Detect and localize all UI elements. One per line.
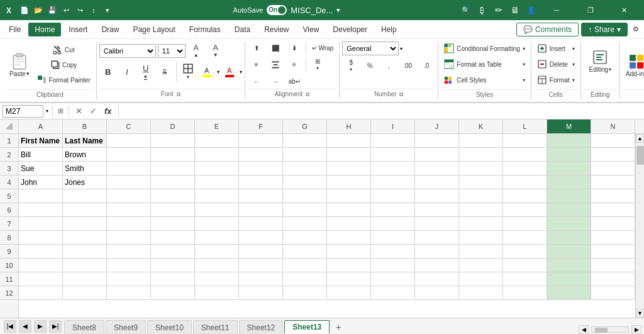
cell-J12[interactable] [415, 286, 459, 300]
col-header-E[interactable]: E [195, 120, 239, 133]
cell-M5[interactable] [547, 189, 591, 203]
row-num-10[interactable]: 10 [0, 259, 18, 272]
cell-J5[interactable] [415, 189, 459, 203]
cell-C2[interactable] [107, 148, 151, 162]
cell-D12[interactable] [151, 286, 195, 300]
editing-dropdown-icon[interactable]: ▾ [609, 67, 611, 72]
cell-B3[interactable]: Smith [63, 162, 107, 175]
cell-K10[interactable] [459, 259, 503, 272]
col-header-I[interactable]: I [371, 120, 415, 133]
cell-E3[interactable] [195, 162, 239, 175]
cell-J2[interactable] [415, 148, 459, 162]
cell-B5[interactable] [63, 189, 107, 203]
cell-H10[interactable] [327, 259, 371, 272]
cell-D11[interactable] [151, 272, 195, 286]
cell-E12[interactable] [195, 286, 239, 300]
cell-G2[interactable] [283, 148, 327, 162]
font-dialog-icon[interactable]: ⧉ [177, 91, 180, 97]
undo-icon[interactable]: ↩ [60, 4, 72, 16]
cell-F8[interactable] [239, 231, 283, 245]
cell-C6[interactable] [107, 203, 151, 217]
cell-B2[interactable]: Brown [63, 148, 107, 162]
menu-review[interactable]: Review [258, 23, 295, 36]
cell-A12[interactable] [19, 286, 63, 300]
cell-A6[interactable] [19, 203, 63, 217]
ribbon-settings-icon[interactable]: ⚙ [630, 24, 641, 35]
cell-A4[interactable]: John [19, 175, 63, 189]
cell-A11[interactable] [19, 272, 63, 286]
cell-H3[interactable] [327, 162, 371, 175]
alignment-dialog-icon[interactable]: ⧉ [306, 91, 309, 97]
cell-L2[interactable] [503, 148, 547, 162]
cell-H1[interactable] [327, 134, 371, 148]
menu-view[interactable]: View [297, 23, 326, 36]
cell-K11[interactable] [459, 272, 503, 286]
align-right-button[interactable]: ≡ [286, 58, 303, 71]
cell-N4[interactable] [591, 175, 635, 189]
cell-I1[interactable] [371, 134, 415, 148]
cell-styles-button[interactable]: Cell Styles ▾ [441, 73, 528, 87]
decrease-font-button[interactable]: A▼ [207, 42, 225, 60]
share-button[interactable]: ↑ Share ▾ [581, 23, 628, 36]
cell-A5[interactable] [19, 189, 63, 203]
cell-F3[interactable] [239, 162, 283, 175]
cell-H8[interactable] [327, 231, 371, 245]
cell-A8[interactable] [19, 231, 63, 245]
cell-D10[interactable] [151, 259, 195, 272]
cell-F11[interactable] [239, 272, 283, 286]
cell-B9[interactable] [63, 245, 107, 259]
sheet-tab-sheet12[interactable]: Sheet12 [239, 320, 284, 334]
cell-J1[interactable] [415, 134, 459, 148]
cell-C3[interactable] [107, 162, 151, 175]
cell-B1[interactable]: Last Name [63, 134, 107, 148]
menu-draw[interactable]: Draw [95, 23, 125, 36]
cell-L7[interactable] [503, 217, 547, 231]
menu-home[interactable]: Home [28, 23, 61, 36]
cell-G12[interactable] [283, 286, 327, 300]
h-scroll-right-button[interactable]: ▶ [631, 325, 641, 334]
cell-D1[interactable] [151, 134, 195, 148]
format-dropdown-icon[interactable]: ▾ [572, 77, 575, 83]
paste-button[interactable]: Paste ▾ [6, 48, 33, 82]
cell-E11[interactable] [195, 272, 239, 286]
cell-K8[interactable] [459, 231, 503, 245]
increase-decimal-button[interactable]: .00 [399, 60, 416, 72]
align-top-button[interactable]: ⬆ [248, 42, 265, 54]
menu-insert[interactable]: Insert [62, 23, 94, 36]
close-button[interactable]: ✕ [610, 0, 639, 20]
cell-N3[interactable] [591, 162, 635, 175]
sheet-tab-sheet8[interactable]: Sheet8 [64, 320, 104, 334]
cell-H9[interactable] [327, 245, 371, 259]
cell-M6[interactable] [547, 203, 591, 217]
font-name-select[interactable]: Calibri [99, 44, 156, 58]
cell-G10[interactable] [283, 259, 327, 272]
cell-M12[interactable] [547, 286, 591, 300]
cell-B7[interactable] [63, 217, 107, 231]
overflow-quick-access-icon[interactable]: ▾ [102, 4, 113, 16]
menu-help[interactable]: Help [375, 23, 403, 36]
corner-cell[interactable] [0, 120, 19, 133]
editing-button[interactable]: Editing ▾ [584, 42, 618, 79]
format-painter-button[interactable]: Format Painter [34, 73, 94, 87]
cell-F4[interactable] [239, 175, 283, 189]
cell-N12[interactable] [591, 286, 635, 300]
font-size-select[interactable]: 11 [158, 44, 186, 58]
cell-I11[interactable] [371, 272, 415, 286]
cell-M7[interactable] [547, 217, 591, 231]
restore-button[interactable]: ❐ [576, 0, 605, 20]
cell-C11[interactable] [107, 272, 151, 286]
cell-F10[interactable] [239, 259, 283, 272]
cell-F2[interactable] [239, 148, 283, 162]
cell-B8[interactable] [63, 231, 107, 245]
name-manager-icon[interactable]: ⊞ [57, 107, 65, 115]
cell-K2[interactable] [459, 148, 503, 162]
format-button[interactable]: Format ▾ [534, 73, 578, 87]
cell-B4[interactable]: Jones [63, 175, 107, 189]
underline-dropdown-icon[interactable]: ▾ [144, 74, 147, 80]
scroll-track[interactable] [636, 143, 644, 309]
cell-H4[interactable] [327, 175, 371, 189]
align-center-button[interactable] [267, 58, 284, 72]
cell-L6[interactable] [503, 203, 547, 217]
scroll-thumb[interactable] [636, 146, 644, 165]
cell-F7[interactable] [239, 217, 283, 231]
